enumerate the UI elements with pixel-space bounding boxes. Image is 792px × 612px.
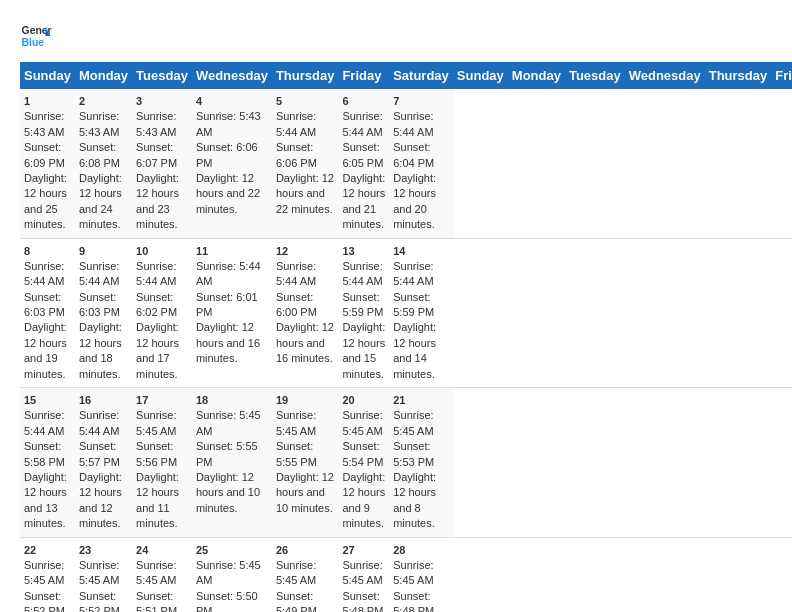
sunset-text: Sunset: 5:55 PM [196,440,258,467]
day-number: 20 [342,394,354,406]
day-number: 27 [342,544,354,556]
sunset-text: Sunset: 5:48 PM [393,590,434,612]
calendar-cell: 28 Sunrise: 5:45 AM Sunset: 5:48 PM Dayl… [389,537,453,612]
daylight-text: Daylight: 12 hours and 15 minutes. [342,321,385,379]
daylight-text: Daylight: 12 hours and 18 minutes. [79,321,122,379]
day-number: 9 [79,245,85,257]
sunset-text: Sunset: 6:03 PM [24,291,65,318]
day-number: 7 [393,95,399,107]
calendar-cell: 2 Sunrise: 5:43 AM Sunset: 6:08 PM Dayli… [75,89,132,238]
daylight-text: Daylight: 12 hours and 10 minutes. [196,471,260,514]
day-number: 26 [276,544,288,556]
day-number: 2 [79,95,85,107]
sunset-text: Sunset: 5:52 PM [24,590,65,612]
day-number: 18 [196,394,208,406]
calendar-cell: 3 Sunrise: 5:43 AM Sunset: 6:07 PM Dayli… [132,89,192,238]
day-header-monday: Monday [75,62,132,89]
sunrise-text: Sunrise: 5:43 AM [24,110,64,137]
sunrise-text: Sunrise: 5:44 AM [24,409,64,436]
day-header-sunday: Sunday [20,62,75,89]
sunset-text: Sunset: 5:59 PM [393,291,434,318]
sunset-text: Sunset: 6:01 PM [196,291,258,318]
calendar-cell: 17 Sunrise: 5:45 AM Sunset: 5:56 PM Dayl… [132,388,192,538]
calendar-table: SundayMondayTuesdayWednesdayThursdayFrid… [20,62,792,612]
day-number: 14 [393,245,405,257]
daylight-text: Daylight: 12 hours and 19 minutes. [24,321,67,379]
sunrise-text: Sunrise: 5:45 AM [79,559,119,586]
day-header-saturday: Saturday [389,62,453,89]
sunset-text: Sunset: 6:08 PM [79,141,120,168]
day-header-wednesday: Wednesday [625,62,705,89]
sunset-text: Sunset: 6:06 PM [196,141,258,168]
day-number: 6 [342,95,348,107]
day-number: 23 [79,544,91,556]
week-row-3: 15 Sunrise: 5:44 AM Sunset: 5:58 PM Dayl… [20,388,792,538]
day-number: 12 [276,245,288,257]
sunset-text: Sunset: 5:50 PM [196,590,258,612]
sunrise-text: Sunrise: 5:44 AM [196,260,261,287]
calendar-cell: 23 Sunrise: 5:45 AM Sunset: 5:52 PM Dayl… [75,537,132,612]
sunrise-text: Sunrise: 5:45 AM [342,559,382,586]
week-row-4: 22 Sunrise: 5:45 AM Sunset: 5:52 PM Dayl… [20,537,792,612]
calendar-cell: 7 Sunrise: 5:44 AM Sunset: 6:04 PM Dayli… [389,89,453,238]
day-number: 19 [276,394,288,406]
sunrise-text: Sunrise: 5:45 AM [393,559,433,586]
day-number: 8 [24,245,30,257]
calendar-cell: 9 Sunrise: 5:44 AM Sunset: 6:03 PM Dayli… [75,238,132,388]
sunrise-text: Sunrise: 5:43 AM [79,110,119,137]
sunset-text: Sunset: 6:05 PM [342,141,383,168]
daylight-text: Daylight: 12 hours and 11 minutes. [136,471,179,529]
sunset-text: Sunset: 6:03 PM [79,291,120,318]
day-number: 13 [342,245,354,257]
day-header-thursday: Thursday [272,62,339,89]
sunrise-text: Sunrise: 5:45 AM [136,559,176,586]
daylight-text: Daylight: 12 hours and 10 minutes. [276,471,334,514]
logo: General Blue [20,20,52,52]
calendar-cell: 21 Sunrise: 5:45 AM Sunset: 5:53 PM Dayl… [389,388,453,538]
day-number: 1 [24,95,30,107]
day-header-friday: Friday [338,62,389,89]
sunset-text: Sunset: 5:49 PM [276,590,317,612]
day-header-friday: Friday [771,62,792,89]
calendar-cell: 10 Sunrise: 5:44 AM Sunset: 6:02 PM Dayl… [132,238,192,388]
sunset-text: Sunset: 6:00 PM [276,291,317,318]
calendar-cell: 25 Sunrise: 5:45 AM Sunset: 5:50 PM Dayl… [192,537,272,612]
calendar-header-row: SundayMondayTuesdayWednesdayThursdayFrid… [20,62,792,89]
sunrise-text: Sunrise: 5:45 AM [136,409,176,436]
calendar-cell: 12 Sunrise: 5:44 AM Sunset: 6:00 PM Dayl… [272,238,339,388]
logo-icon: General Blue [20,20,52,52]
sunrise-text: Sunrise: 5:44 AM [342,260,382,287]
sunrise-text: Sunrise: 5:44 AM [79,260,119,287]
day-number: 15 [24,394,36,406]
sunrise-text: Sunrise: 5:44 AM [393,110,433,137]
sunrise-text: Sunrise: 5:44 AM [276,260,316,287]
sunrise-text: Sunrise: 5:44 AM [342,110,382,137]
day-number: 28 [393,544,405,556]
svg-text:Blue: Blue [22,37,45,48]
day-number: 10 [136,245,148,257]
calendar-cell: 1 Sunrise: 5:43 AM Sunset: 6:09 PM Dayli… [20,89,75,238]
day-header-monday: Monday [508,62,565,89]
calendar-cell: 6 Sunrise: 5:44 AM Sunset: 6:05 PM Dayli… [338,89,389,238]
sunset-text: Sunset: 5:51 PM [136,590,177,612]
day-header-wednesday: Wednesday [192,62,272,89]
daylight-text: Daylight: 12 hours and 9 minutes. [342,471,385,529]
daylight-text: Daylight: 12 hours and 13 minutes. [24,471,67,529]
daylight-text: Daylight: 12 hours and 14 minutes. [393,321,436,379]
sunset-text: Sunset: 5:56 PM [136,440,177,467]
daylight-text: Daylight: 12 hours and 24 minutes. [79,172,122,230]
day-header-sunday: Sunday [453,62,508,89]
sunset-text: Sunset: 6:09 PM [24,141,65,168]
daylight-text: Daylight: 12 hours and 8 minutes. [393,471,436,529]
calendar-cell: 26 Sunrise: 5:45 AM Sunset: 5:49 PM Dayl… [272,537,339,612]
sunset-text: Sunset: 6:06 PM [276,141,317,168]
daylight-text: Daylight: 12 hours and 22 minutes. [196,172,260,215]
calendar-cell: 20 Sunrise: 5:45 AM Sunset: 5:54 PM Dayl… [338,388,389,538]
day-number: 17 [136,394,148,406]
day-header-tuesday: Tuesday [565,62,625,89]
calendar-cell: 22 Sunrise: 5:45 AM Sunset: 5:52 PM Dayl… [20,537,75,612]
calendar-cell: 4 Sunrise: 5:43 AM Sunset: 6:06 PM Dayli… [192,89,272,238]
sunset-text: Sunset: 6:04 PM [393,141,434,168]
day-header-thursday: Thursday [705,62,772,89]
sunrise-text: Sunrise: 5:44 AM [79,409,119,436]
